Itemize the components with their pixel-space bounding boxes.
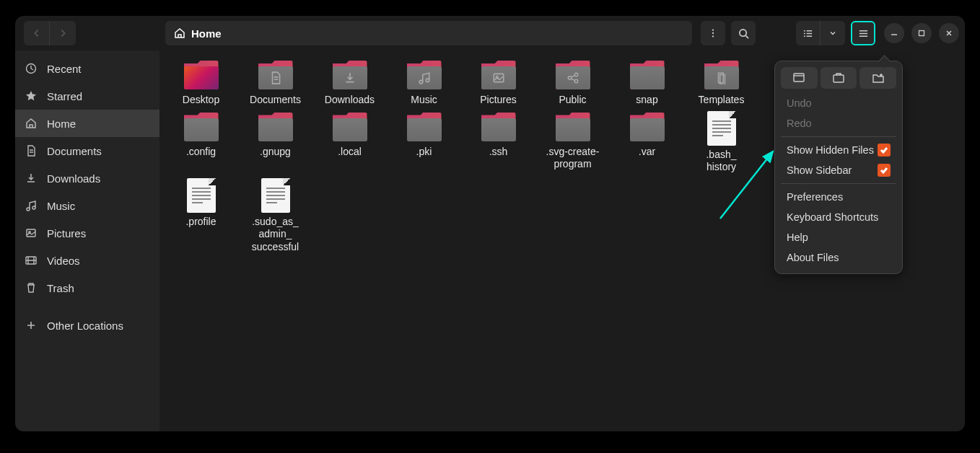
- folder-icon: [407, 113, 442, 143]
- sidebar-item-recent[interactable]: Recent: [15, 55, 159, 82]
- menu-about[interactable]: About Files: [781, 247, 896, 268]
- video-icon: [25, 255, 37, 266]
- item-label: .bash_history: [706, 149, 736, 174]
- sidebar-item-label: Recent: [47, 63, 82, 75]
- svg-rect-4: [919, 31, 924, 36]
- menu-preferences[interactable]: Preferences: [781, 187, 896, 207]
- menu-undo: Undo: [781, 93, 896, 113]
- menu-show-hidden[interactable]: Show Hidden Files: [781, 140, 896, 160]
- file-item[interactable]: Pictures: [461, 59, 535, 107]
- file-item[interactable]: Music: [387, 59, 461, 107]
- sidebar-item-videos[interactable]: Videos: [15, 247, 159, 274]
- path-bar[interactable]: Home: [165, 21, 692, 45]
- home-icon: [174, 27, 185, 39]
- music-icon: [25, 200, 37, 211]
- kebab-button[interactable]: [701, 21, 725, 45]
- home-icon: [25, 118, 37, 129]
- file-item[interactable]: .bash_history: [684, 111, 758, 174]
- plus-icon: [25, 320, 37, 331]
- folder-icon: [556, 113, 590, 143]
- view-dropdown-button[interactable]: [821, 21, 845, 45]
- svg-point-13: [574, 79, 578, 83]
- svg-point-0: [712, 29, 714, 30]
- file-item[interactable]: .config: [164, 111, 238, 174]
- folder-icon: [556, 61, 590, 91]
- sidebar-item-label: Documents: [47, 145, 102, 157]
- svg-point-12: [574, 73, 578, 76]
- clock-icon: [25, 63, 37, 74]
- back-button[interactable]: [24, 21, 50, 45]
- file-item[interactable]: .pki: [387, 111, 461, 174]
- pic-icon: [25, 227, 37, 239]
- sidebar-item-home[interactable]: Home: [15, 110, 159, 137]
- svg-point-2: [712, 35, 714, 37]
- item-label: .pki: [416, 146, 432, 159]
- sidebar-item-pictures[interactable]: Pictures: [15, 219, 159, 247]
- close-button[interactable]: [939, 23, 959, 43]
- file-item[interactable]: Templates: [684, 59, 758, 107]
- list-view-button[interactable]: [796, 21, 821, 45]
- item-label: Downloads: [325, 94, 375, 107]
- new-folder-button[interactable]: [859, 67, 896, 89]
- minimize-button[interactable]: [884, 23, 904, 43]
- file-item[interactable]: .gnupg: [238, 111, 312, 174]
- menu-shortcuts[interactable]: Keyboard Shortcuts: [781, 207, 896, 227]
- folder-icon: [184, 113, 219, 143]
- file-item[interactable]: Documents: [238, 59, 312, 107]
- item-label: .svg-create-program: [538, 146, 608, 171]
- new-window-button[interactable]: [781, 67, 818, 89]
- item-label: snap: [636, 94, 657, 107]
- file-item[interactable]: snap: [610, 59, 684, 107]
- file-item[interactable]: .svg-create-program: [535, 111, 610, 174]
- menu-help[interactable]: Help: [781, 227, 896, 247]
- svg-point-11: [568, 76, 572, 80]
- item-label: Desktop: [183, 94, 219, 107]
- item-label: .profile: [185, 216, 216, 229]
- download-icon: [25, 172, 37, 184]
- sidebar-item-label: Pictures: [47, 227, 86, 239]
- sidebar-item-trash[interactable]: Trash: [15, 274, 159, 302]
- folder-icon: [258, 61, 293, 91]
- svg-point-1: [712, 32, 714, 34]
- item-label: Documents: [250, 94, 301, 107]
- sidebar-item-label: Other Locations: [47, 320, 123, 332]
- file-item[interactable]: Desktop: [164, 59, 238, 107]
- file-item[interactable]: .var: [610, 111, 684, 174]
- sidebar-other-locations[interactable]: Other Locations: [15, 312, 159, 339]
- forward-button[interactable]: [50, 21, 76, 45]
- sidebar-item-label: Home: [47, 118, 76, 130]
- file-item[interactable]: Public: [535, 59, 610, 107]
- sidebar-item-label: Downloads: [47, 172, 100, 185]
- folder-icon: [407, 61, 442, 91]
- folder-icon: [333, 113, 367, 143]
- nav-group: [24, 21, 76, 45]
- item-label: Music: [411, 94, 437, 107]
- sidebar-item-starred[interactable]: Starred: [15, 82, 159, 110]
- star-icon: [25, 90, 37, 102]
- maximize-button[interactable]: [911, 23, 932, 43]
- menu-show-sidebar[interactable]: Show Sidebar: [781, 160, 896, 180]
- menu-redo: Redo: [781, 113, 896, 133]
- file-item[interactable]: Downloads: [312, 59, 387, 107]
- file-item[interactable]: .local: [312, 111, 387, 174]
- trash-icon: [25, 282, 37, 294]
- sidebar-item-label: Videos: [47, 255, 80, 267]
- sidebar-item-documents[interactable]: Documents: [15, 137, 159, 164]
- folder-icon: [630, 61, 665, 91]
- item-label: .sudo_as_admin_successful: [252, 216, 299, 254]
- new-tab-button[interactable]: [821, 67, 857, 89]
- svg-point-3: [739, 29, 745, 35]
- file-item[interactable]: .sudo_as_admin_successful: [238, 178, 312, 254]
- search-button[interactable]: [731, 21, 756, 45]
- hamburger-menu-button[interactable]: [851, 21, 875, 45]
- item-label: Templates: [699, 94, 745, 107]
- sidebar-item-downloads[interactable]: Downloads: [15, 164, 159, 192]
- sidebar-item-music[interactable]: Music: [15, 192, 159, 219]
- sidebar-item-label: Music: [47, 200, 75, 212]
- doc-icon: [25, 145, 37, 157]
- view-switcher: [796, 21, 845, 45]
- item-label: .gnupg: [260, 146, 291, 159]
- file-item[interactable]: .ssh: [461, 111, 535, 174]
- file-item[interactable]: .profile: [164, 178, 238, 254]
- folder-icon: [333, 61, 367, 91]
